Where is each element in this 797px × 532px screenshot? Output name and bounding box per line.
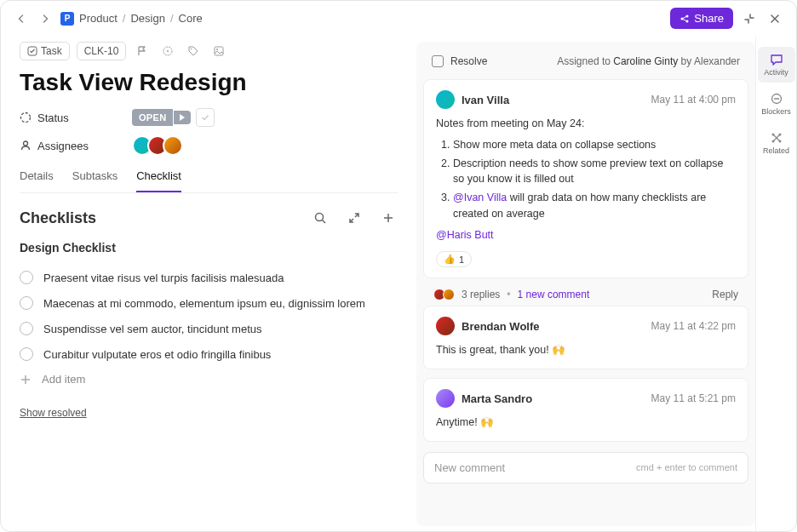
tab-subtasks[interactable]: Subtasks bbox=[72, 169, 118, 192]
comment-icon bbox=[770, 53, 783, 66]
avatar bbox=[436, 90, 455, 109]
page-title: Task View Redesign bbox=[20, 69, 398, 96]
task-id-pill[interactable]: CLK-10 bbox=[77, 42, 127, 60]
related-icon bbox=[770, 131, 783, 145]
reply-button[interactable]: Reply bbox=[712, 289, 738, 300]
check-circle[interactable] bbox=[20, 296, 33, 310]
check-circle[interactable] bbox=[20, 322, 33, 335]
resolve-checkbox[interactable] bbox=[432, 55, 444, 67]
tab-checklist[interactable]: Checklist bbox=[136, 169, 181, 192]
search-icon bbox=[313, 211, 327, 225]
breadcrumb-core[interactable]: Core bbox=[179, 12, 203, 25]
checklist-item[interactable]: Maecenas at mi commodo, elementum ipsum … bbox=[20, 290, 398, 316]
share-button[interactable]: Share bbox=[670, 8, 733, 29]
avatar bbox=[436, 389, 455, 408]
assigned-info: Assigned to Caroline Ginty by Alexander bbox=[557, 55, 740, 67]
checklist-item[interactable]: Suspendisse vel sem auctor, tincidunt me… bbox=[20, 316, 398, 341]
scope-button[interactable] bbox=[158, 42, 177, 60]
breadcrumb: P Product / Design / Core bbox=[60, 12, 203, 26]
reaction-button[interactable]: 👍1 bbox=[436, 251, 472, 267]
plus-icon bbox=[20, 374, 32, 386]
comment-author: Marta Sandro bbox=[462, 392, 532, 405]
forward-button[interactable] bbox=[37, 10, 54, 27]
sidebar-item-related[interactable]: Related bbox=[758, 125, 795, 161]
comment: Marta Sandro May 11 at 5:21 pm Anytime! … bbox=[423, 378, 748, 442]
product-icon: P bbox=[60, 12, 74, 26]
status-complete-button[interactable] bbox=[196, 108, 215, 127]
tab-details[interactable]: Details bbox=[20, 169, 54, 192]
svg-point-11 bbox=[316, 214, 324, 221]
chevron-right-icon bbox=[40, 14, 50, 24]
composer-hint: cmd + enter to comment bbox=[636, 462, 737, 472]
target-icon bbox=[162, 45, 174, 57]
comment-time: May 11 at 4:22 pm bbox=[651, 320, 736, 332]
back-button[interactable] bbox=[13, 10, 30, 27]
close-button[interactable] bbox=[765, 9, 784, 28]
chevron-left-icon bbox=[16, 14, 26, 24]
assignee-avatars[interactable] bbox=[132, 135, 183, 156]
avatar bbox=[436, 317, 455, 335]
svg-point-16 bbox=[771, 140, 774, 143]
blocker-icon bbox=[770, 92, 783, 106]
tag-button[interactable] bbox=[184, 42, 203, 60]
composer-placeholder: New comment bbox=[434, 461, 505, 474]
checklist-name: Design Checklist bbox=[20, 241, 398, 255]
check-icon bbox=[200, 112, 210, 123]
svg-point-5 bbox=[167, 50, 169, 52]
assignees-label: Assignees bbox=[20, 140, 122, 152]
mention[interactable]: @Ivan Villa bbox=[453, 192, 507, 203]
person-icon bbox=[20, 140, 32, 152]
mention[interactable]: @Haris Butt bbox=[436, 229, 494, 241]
collapse-button[interactable] bbox=[740, 9, 759, 28]
resolve-label: Resolve bbox=[450, 55, 487, 67]
svg-point-6 bbox=[191, 49, 192, 50]
checklist-item[interactable]: Curabitur vulputate eros et odio fringil… bbox=[20, 341, 398, 367]
svg-rect-7 bbox=[215, 47, 223, 55]
image-button[interactable] bbox=[209, 42, 228, 60]
status-label: Status bbox=[20, 112, 122, 124]
breadcrumb-product[interactable]: Product bbox=[79, 12, 118, 25]
svg-point-8 bbox=[216, 49, 218, 50]
status-icon bbox=[20, 112, 32, 123]
close-icon bbox=[769, 13, 781, 25]
svg-point-13 bbox=[771, 134, 774, 136]
comment: Ivan Villa May 11 at 4:00 pm Notes from … bbox=[423, 79, 748, 278]
svg-point-15 bbox=[778, 134, 781, 136]
status-value[interactable]: OPEN bbox=[132, 109, 173, 126]
checklist-item[interactable]: Praesent vitae risus vel turpis facilisi… bbox=[20, 265, 398, 290]
comment-author: Ivan Villa bbox=[462, 94, 509, 106]
checklists-title: Checklists bbox=[20, 209, 96, 227]
plus-icon bbox=[381, 211, 395, 225]
show-resolved-link[interactable]: Show resolved bbox=[20, 407, 87, 419]
share-icon bbox=[679, 14, 690, 24]
replies-count[interactable]: 3 replies bbox=[462, 289, 500, 300]
svg-point-9 bbox=[21, 113, 31, 123]
check-circle[interactable] bbox=[20, 347, 33, 361]
avatar bbox=[163, 135, 183, 156]
comment-time: May 11 at 5:21 pm bbox=[651, 392, 736, 404]
check-circle[interactable] bbox=[20, 271, 33, 284]
tag-icon bbox=[187, 45, 199, 57]
flag-icon bbox=[136, 45, 148, 57]
status-run-button[interactable] bbox=[174, 111, 191, 124]
sidebar-item-activity[interactable]: Activity bbox=[758, 47, 795, 83]
play-icon bbox=[179, 114, 186, 121]
add-item-button[interactable]: Add item bbox=[20, 367, 398, 392]
expand-icon bbox=[347, 211, 361, 225]
flag-button[interactable] bbox=[133, 42, 152, 60]
breadcrumb-design[interactable]: Design bbox=[130, 12, 164, 25]
search-checklist-button[interactable] bbox=[311, 209, 330, 227]
image-icon bbox=[213, 45, 225, 57]
comment: Brendan Wolfe May 11 at 4:22 pm This is … bbox=[423, 306, 748, 369]
sidebar-item-blockers[interactable]: Blockers bbox=[758, 86, 795, 122]
add-checklist-button[interactable] bbox=[379, 209, 398, 227]
svg-point-10 bbox=[24, 141, 28, 146]
new-comment-link[interactable]: 1 new comment bbox=[518, 289, 590, 300]
expand-checklist-button[interactable] bbox=[345, 209, 364, 227]
comment-composer[interactable]: New comment cmd + enter to comment bbox=[423, 452, 748, 483]
task-type-pill[interactable]: Task bbox=[20, 42, 70, 60]
task-icon bbox=[27, 46, 37, 56]
comment-time: May 11 at 4:00 pm bbox=[651, 94, 736, 106]
collapse-icon bbox=[743, 13, 755, 25]
avatar bbox=[443, 289, 455, 300]
